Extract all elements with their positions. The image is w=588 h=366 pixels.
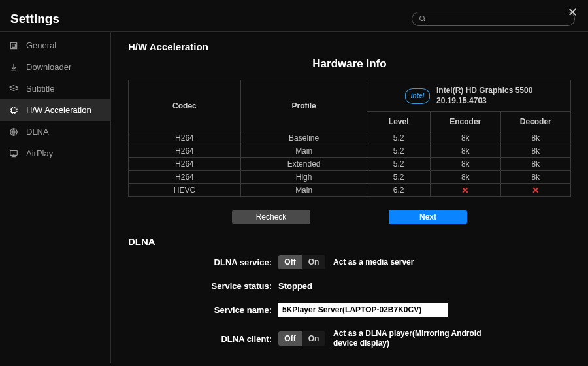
dlna-service-toggle[interactable]: Off On (278, 255, 325, 269)
svg-rect-2 (10, 42, 16, 48)
sidebar-item-subtitle[interactable]: Subtitle (0, 78, 110, 99)
search-box[interactable] (412, 12, 575, 26)
topbar: Settings (0, 0, 588, 31)
section-title-dlna: DLNA (128, 236, 571, 247)
dlna-client-desc: Act as a DLNA player(Mirroring Android d… (333, 329, 503, 348)
gpu-name: Intel(R) HD Graphics 5500 (436, 86, 532, 96)
next-button[interactable]: Next (389, 210, 467, 224)
download-icon (8, 63, 20, 72)
dlna-service-label: DLNA service: (128, 258, 278, 267)
gpu-driver: 20.19.15.4703 (436, 96, 532, 107)
sidebar-item-label: Downloader (26, 62, 71, 72)
table-row: H264 Extended 5.2 8k 8k (129, 158, 571, 171)
table-row: H264 Baseline 5.2 8k 8k (129, 131, 571, 144)
airplay-icon (8, 149, 20, 158)
svg-point-0 (420, 16, 425, 21)
col-profile: Profile (240, 80, 367, 131)
sidebar-item-general[interactable]: General (0, 35, 110, 56)
service-name-label: Service name: (128, 305, 278, 315)
page-title: Settings (10, 12, 59, 26)
sidebar-item-label: Subtitle (26, 84, 54, 93)
search-icon (419, 15, 427, 23)
main-panel: H/W Acceleration Hardware Info Codec Pro… (111, 32, 588, 363)
service-status-value: Stopped (278, 281, 571, 291)
x-icon: ✕ (500, 184, 571, 197)
sidebar-item-downloader[interactable]: Downloader (0, 56, 110, 78)
sidebar: General Downloader Subtitle H/W Accelera… (0, 32, 111, 363)
service-name-input[interactable] (278, 303, 448, 317)
dlna-icon (8, 127, 20, 137)
table-row: HEVC Main 6.2 ✕ ✕ (129, 184, 571, 197)
subtitle-icon (8, 84, 20, 93)
sidebar-item-hw-acceleration[interactable]: H/W Acceleration (0, 99, 110, 121)
svg-rect-3 (12, 44, 16, 47)
dlna-client-label: DLNA client: (128, 334, 278, 344)
toggle-off[interactable]: Off (278, 255, 302, 269)
chip-icon (8, 106, 20, 115)
svg-line-1 (424, 20, 426, 22)
col-codec: Codec (129, 80, 241, 131)
general-icon (8, 41, 20, 50)
section-title-hw: H/W Acceleration (128, 41, 571, 52)
recheck-button[interactable]: Recheck (232, 210, 310, 224)
intel-logo-icon: intel (405, 88, 430, 104)
col-decoder: Decoder (500, 112, 571, 131)
x-icon: ✕ (431, 184, 500, 197)
search-input[interactable] (431, 14, 568, 24)
sidebar-item-airplay[interactable]: AirPlay (0, 142, 110, 164)
svg-rect-4 (12, 108, 16, 112)
table-row: H264 Main 5.2 8k 8k (129, 144, 571, 158)
toggle-on[interactable]: On (302, 331, 325, 346)
col-encoder: Encoder (431, 112, 500, 131)
service-status-label: Service status: (128, 281, 278, 291)
toggle-on[interactable]: On (302, 255, 325, 269)
sidebar-item-label: H/W Acceleration (26, 105, 91, 115)
hardware-table: Codec Profile intel Intel(R) HD Graphics… (128, 80, 571, 197)
hardware-info-title: Hardware Info (128, 58, 571, 71)
sidebar-item-label: DLNA (26, 127, 49, 137)
dlna-service-desc: Act as a media server (333, 258, 414, 267)
gpu-info-cell: intel Intel(R) HD Graphics 5500 20.19.15… (367, 80, 571, 112)
close-icon[interactable]: ✕ (564, 4, 581, 21)
col-level: Level (367, 112, 431, 131)
sidebar-item-dlna[interactable]: DLNA (0, 121, 110, 142)
sidebar-item-label: General (26, 41, 56, 50)
toggle-off[interactable]: Off (278, 331, 302, 346)
sidebar-item-label: AirPlay (26, 148, 53, 158)
dlna-client-toggle[interactable]: Off On (278, 331, 325, 346)
table-row: H264 High 5.2 8k 8k (129, 171, 571, 184)
